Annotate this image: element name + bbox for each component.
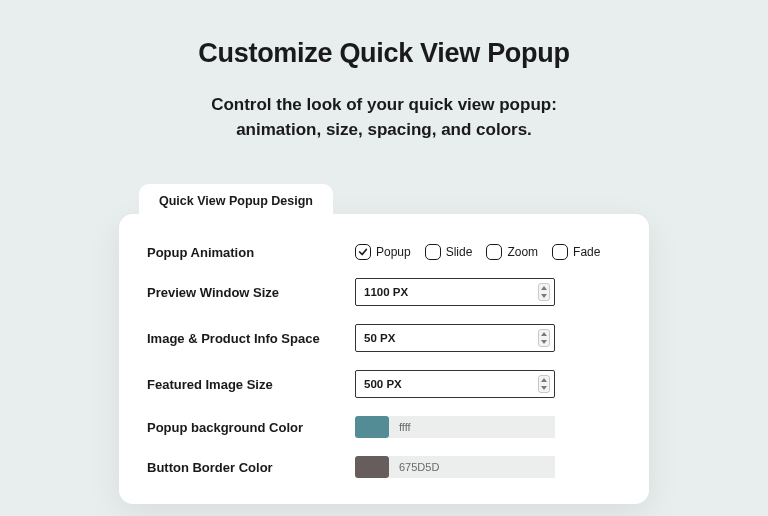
color-swatch-btn-border[interactable] (355, 456, 389, 478)
option-slide[interactable]: Slide (425, 244, 473, 260)
step-down-icon[interactable] (539, 292, 549, 300)
number-stepper[interactable] (538, 283, 550, 301)
row-popup-animation: Popup Animation Popup Slide (147, 244, 621, 260)
page-title: Customize Quick View Popup (0, 38, 768, 69)
label-info-space: Image & Product Info Space (147, 331, 355, 346)
row-info-space: Image & Product Info Space 50 PX (147, 324, 621, 352)
checkbox-icon (552, 244, 568, 260)
option-zoom[interactable]: Zoom (486, 244, 538, 260)
row-button-border-color: Button Border Color (147, 456, 621, 478)
input-featured-image-size[interactable]: 500 PX (355, 370, 555, 398)
input-value: 500 PX (364, 378, 402, 390)
input-value: 1100 PX (364, 286, 408, 298)
option-fade[interactable]: Fade (552, 244, 600, 260)
step-up-icon[interactable] (539, 376, 549, 384)
step-down-icon[interactable] (539, 338, 549, 346)
page-subtitle: Control the look of your quick view popu… (0, 93, 768, 142)
option-label: Zoom (507, 245, 538, 259)
checkbox-icon (486, 244, 502, 260)
option-popup[interactable]: Popup (355, 244, 411, 260)
option-label: Popup (376, 245, 411, 259)
label-preview-window-size: Preview Window Size (147, 285, 355, 300)
step-up-icon[interactable] (539, 330, 549, 338)
label-featured-image-size: Featured Image Size (147, 377, 355, 392)
step-down-icon[interactable] (539, 384, 549, 392)
tab-quick-view-design[interactable]: Quick View Popup Design (139, 184, 333, 216)
row-featured-image-size: Featured Image Size 500 PX (147, 370, 621, 398)
input-info-space[interactable]: 50 PX (355, 324, 555, 352)
row-preview-window-size: Preview Window Size 1100 PX (147, 278, 621, 306)
animation-options: Popup Slide Zoom (355, 244, 621, 260)
subtitle-line-2: animation, size, spacing, and colors. (236, 120, 532, 139)
option-label: Slide (446, 245, 473, 259)
input-popup-bg-color[interactable] (389, 416, 555, 438)
settings-panel: Popup Animation Popup Slide (119, 214, 649, 504)
number-stepper[interactable] (538, 375, 550, 393)
step-up-icon[interactable] (539, 284, 549, 292)
checkbox-icon (425, 244, 441, 260)
input-btn-border-color[interactable] (389, 456, 555, 478)
input-preview-window-size[interactable]: 1100 PX (355, 278, 555, 306)
label-popup-bg-color: Popup background Color (147, 420, 355, 435)
number-stepper[interactable] (538, 329, 550, 347)
input-value: 50 PX (364, 332, 395, 344)
label-popup-animation: Popup Animation (147, 245, 355, 260)
color-swatch-popup-bg[interactable] (355, 416, 389, 438)
option-label: Fade (573, 245, 600, 259)
checkbox-icon (355, 244, 371, 260)
label-button-border-color: Button Border Color (147, 460, 355, 475)
row-popup-bg-color: Popup background Color (147, 416, 621, 438)
subtitle-line-1: Control the look of your quick view popu… (211, 95, 557, 114)
